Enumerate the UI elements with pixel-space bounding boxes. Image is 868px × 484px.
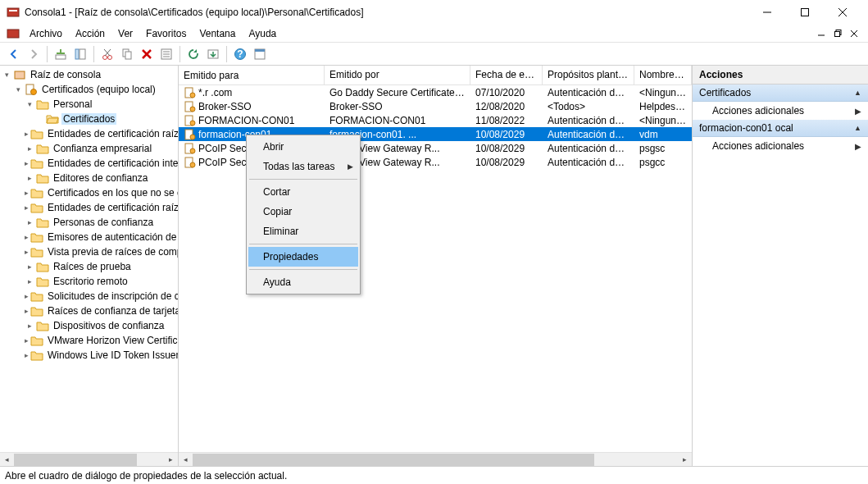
menu-ventana[interactable]: Ventana [193,26,242,41]
ctx-abrir[interactable]: Abrir [248,137,358,157]
tree-store[interactable]: ▸Raíces de prueba [0,259,178,274]
tree-root[interactable]: ▾ Raíz de consola [0,67,178,82]
expand-icon[interactable]: ▸ [25,232,29,242]
menu-accion[interactable]: Acción [69,26,111,41]
folder-icon [30,158,43,169]
back-button[interactable] [5,45,23,63]
copy-button[interactable] [118,45,136,63]
actions-group-selected[interactable]: formacion-con01 ocal ▲ [693,120,868,137]
tree-hscrollbar[interactable]: ◂ ▸ [0,452,178,466]
scroll-right-icon[interactable]: ▸ [164,453,178,467]
list-row[interactable]: *.r .comGo Daddy Secure Certificate Auth… [179,85,692,99]
mdi-controls [814,27,861,40]
expand-icon[interactable]: ▸ [25,203,29,212]
tree-label: VMware Horizon View Certificates [46,335,178,346]
scroll-right-icon[interactable]: ▸ [678,453,692,467]
tree-store[interactable]: ▸Vista previa de raíces de compilaci [0,244,178,259]
tree-label: Certificados en los que no se confí [46,187,178,199]
actions-item-adicionales-1[interactable]: Acciones adicionales ▶ [693,102,868,120]
tree-store[interactable]: ▸Escritorio remoto [0,274,178,289]
help-button[interactable]: ? [231,45,249,63]
expand-icon[interactable]: ▸ [25,262,34,272]
properties-button[interactable] [157,45,175,63]
ctx-propiedades[interactable]: Propiedades [248,247,358,267]
tree-personal[interactable]: ▾ Personal [0,97,178,112]
tree-store[interactable]: ▸Certificados en los que no se confí [0,185,178,200]
delete-button[interactable] [138,45,156,63]
tree-store[interactable]: ▸Entidades de certificación intermed [0,156,178,171]
ctx-cortar[interactable]: Cortar [248,182,358,202]
col-emitido-para[interactable]: Emitido para [179,66,325,84]
scroll-left-icon[interactable]: ◂ [179,453,193,467]
collapse-up-icon[interactable]: ▲ [854,89,861,97]
menu-archivo[interactable]: Archivo [23,26,69,41]
tree-store[interactable]: ▸VMware Horizon View Certificates [0,333,178,348]
collapse-icon[interactable]: ▾ [2,70,11,80]
menu-favoritos[interactable]: Favoritos [139,26,193,41]
expand-icon[interactable]: ▸ [25,306,29,316]
expand-icon[interactable]: ▸ [25,158,29,168]
tree-store[interactable]: ▸Solicitudes de inscripción de certifi [0,289,178,304]
maximize-button[interactable] [786,0,824,25]
actions-item-adicionales-2[interactable]: Acciones adicionales ▶ [693,137,868,155]
ctx-todas-tareas[interactable]: Todas las tareas ▶ [248,157,358,176]
list-row[interactable]: FORMACION-CON01FORMACION-CON0111/08/2022… [179,113,692,127]
collapse-icon[interactable]: ▾ [13,84,23,94]
tree-store[interactable]: ▸Dispositivos de confianza [0,318,178,333]
tree-store[interactable]: ▸Entidades de certificación raíz de c [0,126,178,141]
expand-icon[interactable]: ▸ [25,188,29,198]
expand-icon[interactable]: ▸ [25,247,29,257]
mdi-close[interactable] [847,27,861,40]
folder-icon [30,232,43,243]
customize-button[interactable] [251,45,269,63]
col-fecha[interactable]: Fecha de expir... [470,66,543,84]
close-button[interactable] [824,0,861,25]
tree-cert-local[interactable]: ▾ Certificados (equipo local) [0,82,178,97]
col-nombre[interactable]: Nombre desc [634,66,692,84]
menu-ayuda[interactable]: Ayuda [242,26,283,41]
mdi-restore[interactable] [830,27,845,40]
expand-icon[interactable]: ▸ [25,173,34,183]
tree-label: Confianza empresarial [52,143,153,154]
minimize-button[interactable] [748,0,786,25]
tree-store[interactable]: ▸Confianza empresarial [0,141,178,156]
expand-icon[interactable]: ▸ [25,217,34,227]
tree-store[interactable]: ▸Entidades de certificación raíz de t [0,200,178,215]
scroll-left-icon[interactable]: ◂ [0,453,14,467]
export-list-button[interactable] [204,45,222,63]
cut-button[interactable] [98,45,116,63]
cell-issued-to: FORMACION-CON01 [198,115,294,126]
expand-icon[interactable]: ▸ [25,336,29,345]
actions-group-certificados[interactable]: Certificados ▲ [693,84,868,102]
tree-store[interactable]: ▸Personas de confianza [0,215,178,230]
ctx-eliminar[interactable]: Eliminar [248,221,358,241]
expand-icon[interactable]: ▸ [25,291,29,301]
expand-icon[interactable]: ▸ [25,144,34,153]
col-emitido-por[interactable]: Emitido por [325,66,470,84]
ctx-copiar[interactable]: Copiar [248,202,358,221]
tree-certificados[interactable]: Certificados [0,112,178,126]
menu-ver[interactable]: Ver [111,26,139,41]
expand-icon[interactable]: ▸ [25,350,29,360]
tree-store[interactable]: ▸Raíces de confianza de tarjetas inte [0,304,178,318]
cell-friendly: <Ninguno> [634,115,692,126]
refresh-button[interactable] [184,45,202,63]
list-hscrollbar[interactable]: ◂ ▸ [179,452,692,466]
expand-icon[interactable]: ▸ [25,129,29,139]
col-propositos[interactable]: Propósitos plantea... [543,66,634,84]
show-hide-tree-button[interactable] [71,45,89,63]
collapse-up-icon[interactable]: ▲ [854,124,861,132]
tree-store[interactable]: ▸Emisores de autenticación de clien [0,230,178,244]
forward-button[interactable] [25,45,43,63]
mdi-minimize[interactable] [814,27,829,40]
list-row[interactable]: Broker-SSOBroker-SSO12/08/2020<Todos>Hel… [179,99,692,113]
scroll-thumb[interactable] [14,454,137,466]
tree-store[interactable]: ▸Windows Live ID Token Issuer [0,348,178,363]
collapse-icon[interactable]: ▾ [25,99,34,109]
expand-icon[interactable]: ▸ [25,276,34,286]
up-button[interactable] [52,45,70,63]
ctx-ayuda[interactable]: Ayuda [248,272,358,292]
scroll-thumb[interactable] [193,454,594,466]
expand-icon[interactable]: ▸ [25,321,34,331]
tree-store[interactable]: ▸Editores de confianza [0,171,178,185]
